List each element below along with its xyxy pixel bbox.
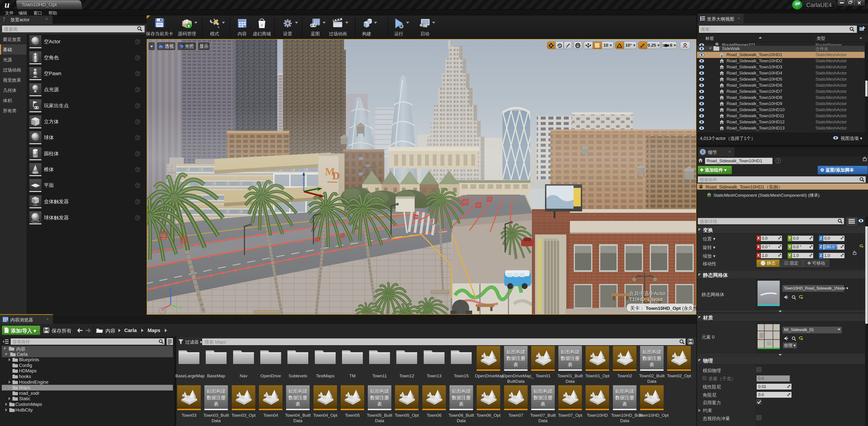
- svg-text:贴图构建: 贴图构建: [642, 349, 661, 355]
- svg-text:Y: Y: [179, 306, 182, 310]
- svg-text:贴图构建: 贴图构建: [615, 389, 634, 394]
- svg-text:贴图构建: 贴图构建: [533, 389, 553, 394]
- svg-text:u: u: [261, 22, 263, 27]
- svg-text:贴图构建: 贴图构建: [288, 389, 307, 394]
- svg-text:数据注册: 数据注册: [452, 395, 471, 400]
- svg-text:数据注册: 数据注册: [506, 356, 525, 361]
- svg-text:表: 表: [459, 401, 464, 406]
- svg-text:贴图构建: 贴图构建: [561, 349, 580, 355]
- svg-text:表: 表: [377, 401, 382, 406]
- svg-text:表: 表: [650, 362, 654, 367]
- svg-text:数据注册: 数据注册: [642, 356, 661, 361]
- svg-text:数据注册: 数据注册: [615, 395, 634, 400]
- svg-text:表: 表: [622, 401, 627, 406]
- svg-text:数据注册: 数据注册: [370, 395, 389, 400]
- svg-text:表: 表: [514, 362, 518, 367]
- svg-text:表: 表: [568, 362, 572, 367]
- svg-text:贴图构建: 贴图构建: [370, 389, 389, 394]
- svg-text:数据注册: 数据注册: [288, 395, 307, 400]
- svg-text:数据注册: 数据注册: [561, 356, 580, 361]
- svg-text:Z: Z: [169, 287, 172, 292]
- svg-text:贴图构建: 贴图构建: [452, 389, 471, 394]
- svg-text:数据注册: 数据注册: [533, 395, 553, 400]
- svg-text:数据注册: 数据注册: [207, 395, 226, 400]
- svg-text:表: 表: [541, 401, 546, 406]
- svg-text:表: 表: [296, 401, 300, 406]
- svg-text:表: 表: [214, 401, 219, 406]
- svg-text:贴图构建: 贴图构建: [506, 349, 525, 355]
- svg-text:贴图构建: 贴图构建: [207, 389, 226, 394]
